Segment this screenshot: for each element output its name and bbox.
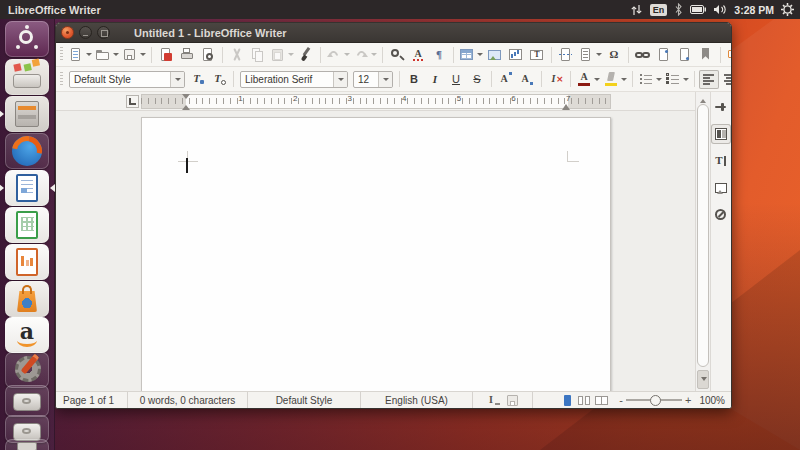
vertical-scrollbar[interactable] — [695, 92, 710, 391]
save-button[interactable] — [121, 45, 147, 64]
launcher-libreoffice-writer[interactable] — [5, 170, 49, 206]
document-canvas[interactable] — [56, 111, 695, 391]
align-left-button[interactable] — [699, 70, 719, 89]
paste-button[interactable] — [269, 45, 295, 64]
cut-button[interactable] — [227, 45, 247, 64]
clone-formatting-button[interactable] — [296, 45, 316, 64]
hyperlink-button[interactable] — [633, 45, 653, 64]
zoom-slider[interactable]: - + — [613, 395, 697, 405]
comment-button[interactable] — [725, 45, 731, 64]
redo-button[interactable] — [352, 45, 378, 64]
tab-stop-selector[interactable] — [126, 95, 139, 108]
special-character-button[interactable] — [604, 45, 624, 64]
bluetooth-icon[interactable] — [674, 3, 683, 16]
document-page[interactable] — [141, 117, 611, 391]
font-color-button[interactable] — [575, 70, 601, 89]
scrollbar-down-button[interactable] — [697, 370, 709, 389]
open-button[interactable] — [94, 45, 120, 64]
launcher-disk-1[interactable] — [5, 385, 49, 417]
formatting-marks-button[interactable] — [429, 45, 449, 64]
session-gear-icon[interactable] — [781, 3, 794, 16]
bullets-button[interactable] — [637, 70, 663, 89]
spelling-button[interactable] — [408, 45, 428, 64]
copy-button[interactable] — [248, 45, 268, 64]
left-indent-marker[interactable] — [182, 101, 190, 110]
launcher-libreoffice-impress[interactable] — [5, 244, 49, 280]
scrollbar-thumb[interactable] — [697, 104, 709, 367]
launcher-examples[interactable] — [5, 59, 49, 95]
highlight-color-button[interactable] — [602, 70, 628, 89]
zoom-slider-knob[interactable] — [650, 395, 661, 406]
paragraph-style-combo[interactable]: Default Style — [69, 71, 185, 88]
launcher-libreoffice-calc[interactable] — [5, 207, 49, 243]
footnote-button[interactable] — [654, 45, 674, 64]
close-button[interactable] — [61, 26, 74, 39]
font-name-combo[interactable]: Liberation Serif — [240, 71, 348, 88]
numbering-button[interactable] — [664, 70, 690, 89]
toolbar-drag-handle[interactable] — [60, 72, 63, 87]
page-break-button[interactable] — [556, 45, 576, 64]
dropdown-arrow-icon[interactable] — [378, 72, 392, 87]
launcher-trash[interactable] — [5, 439, 49, 450]
sidebar-tab-properties[interactable] — [711, 124, 731, 144]
dropdown-arrow-icon[interactable] — [170, 72, 184, 87]
book-view-icon[interactable] — [594, 393, 609, 408]
clear-formatting-button[interactable] — [546, 70, 566, 89]
print-preview-button[interactable] — [198, 45, 218, 64]
insert-image-button[interactable] — [485, 45, 505, 64]
launcher-system-settings[interactable] — [5, 352, 49, 388]
multi-page-view-icon[interactable] — [577, 393, 592, 408]
document-modified-icon[interactable] — [505, 393, 520, 408]
insert-chart-button[interactable] — [506, 45, 526, 64]
zoom-in-button[interactable]: + — [685, 395, 691, 405]
sidebar-tab-navigator[interactable] — [711, 205, 731, 225]
dropdown-arrow-icon[interactable] — [333, 72, 347, 87]
print-button[interactable] — [177, 45, 197, 64]
update-style-button[interactable] — [188, 70, 208, 89]
strikethrough-button[interactable]: S — [467, 70, 487, 89]
paragraph-style-status[interactable]: Default Style — [248, 392, 361, 408]
sidebar-tab-gallery[interactable] — [711, 178, 731, 198]
launcher-ubuntu-dash[interactable] — [5, 21, 49, 57]
new-document-button[interactable] — [67, 45, 93, 64]
keyboard-layout-indicator[interactable]: En — [650, 4, 668, 16]
zoom-out-button[interactable]: - — [619, 395, 623, 405]
export-pdf-button[interactable] — [156, 45, 176, 64]
language-status[interactable]: English (USA) — [361, 392, 473, 408]
word-count-status[interactable]: 0 words, 0 characters — [128, 392, 248, 408]
network-transfer-icon[interactable] — [630, 4, 643, 16]
clock[interactable]: 3:28 PM — [734, 4, 774, 16]
insert-table-button[interactable] — [458, 45, 484, 64]
italic-button[interactable]: I — [425, 70, 445, 89]
battery-icon[interactable] — [690, 5, 706, 14]
minimize-button[interactable] — [79, 26, 92, 39]
insert-mode-icon[interactable] — [486, 393, 501, 408]
undo-button[interactable] — [325, 45, 351, 64]
single-page-view-icon[interactable] — [560, 393, 575, 408]
zoom-level[interactable]: 100% — [699, 395, 725, 406]
find-replace-button[interactable] — [387, 45, 407, 64]
new-style-button[interactable] — [209, 70, 229, 89]
window-titlebar[interactable]: Untitled 1 - LibreOffice Writer — [56, 23, 731, 43]
launcher-firefox[interactable] — [5, 133, 49, 169]
page-count-status[interactable]: Page 1 of 1 — [56, 392, 128, 408]
maximize-button[interactable] — [97, 26, 110, 39]
endnote-button[interactable] — [675, 45, 695, 64]
insert-field-button[interactable] — [577, 45, 603, 64]
underline-button[interactable]: U — [446, 70, 466, 89]
insert-textbox-button[interactable] — [527, 45, 547, 64]
font-size-combo[interactable]: 12 — [353, 71, 393, 88]
toolbar-drag-handle[interactable] — [60, 47, 63, 62]
sidebar-tab-sidebar-settings[interactable] — [711, 97, 731, 117]
superscript-button[interactable] — [496, 70, 516, 89]
subscript-button[interactable] — [517, 70, 537, 89]
launcher-amazon[interactable] — [5, 317, 49, 353]
volume-icon[interactable] — [713, 4, 727, 15]
bold-button[interactable]: B — [404, 70, 424, 89]
launcher-software-center[interactable] — [5, 281, 49, 317]
launcher-files[interactable] — [5, 96, 49, 132]
horizontal-ruler[interactable]: 1234567 — [56, 92, 695, 111]
sidebar-tab-styles[interactable] — [711, 151, 731, 171]
align-center-button[interactable] — [720, 70, 731, 89]
bookmark-button[interactable] — [696, 45, 716, 64]
